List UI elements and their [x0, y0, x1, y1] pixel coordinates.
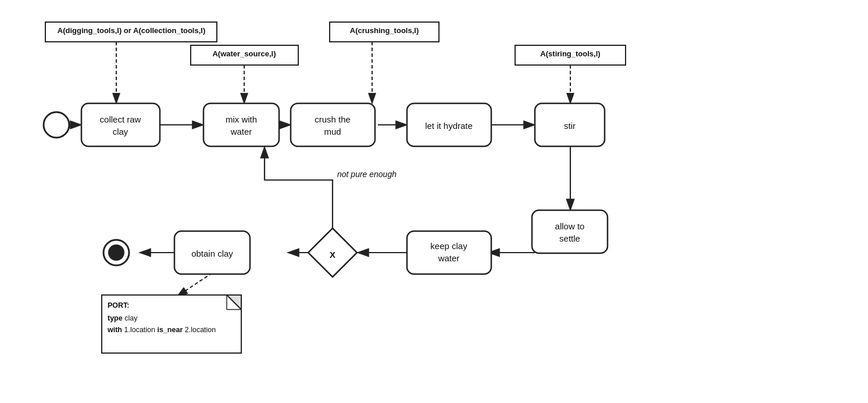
mix-with-water-label2: water: [230, 127, 252, 136]
end-node-inner: [108, 244, 124, 261]
keepclay-label: keep clay: [430, 241, 467, 251]
crush-mud-label2: mud: [324, 127, 341, 136]
annotation-digging-label: A(digging_tools,l) or A(collection_tools…: [58, 26, 205, 35]
obtain-clay-label: obtain clay: [191, 249, 233, 258]
collect-raw-clay-label: collect raw: [100, 114, 141, 124]
port-line2: type clay: [108, 314, 138, 322]
crush-mud-node: [291, 103, 375, 146]
stir-label: stir: [564, 121, 576, 131]
collect-raw-clay-node: [81, 103, 160, 146]
crush-mud-label: crush the: [315, 114, 351, 124]
arrow-notpure: [265, 147, 333, 228]
xor-label: X: [330, 250, 335, 260]
mix-with-water-node: [203, 103, 279, 146]
diagram-container: A(digging_tools,l) or A(collection_tools…: [0, 0, 868, 403]
settle-label2: settle: [559, 233, 580, 243]
port-line3: with 1.location is_near 2.location: [107, 326, 216, 334]
hydrate-label: let it hydrate: [425, 121, 473, 131]
annotation-stiring-label: A(stiring_tools,l): [540, 49, 600, 58]
keepclay-label2: water: [438, 253, 460, 263]
arrow-obtain-port: [177, 273, 212, 296]
settle-label: allow to: [555, 221, 585, 231]
start-node: [44, 112, 69, 138]
annotation-water-label: A(water_source,l): [212, 49, 276, 58]
annotation-crushing-label: A(crushing_tools,l): [350, 26, 419, 35]
not-pure-label: not pure enough: [337, 170, 397, 179]
mix-with-water-label: mix with: [226, 114, 257, 124]
settle-node: [532, 210, 608, 253]
collect-raw-clay-label2: clay: [113, 127, 128, 136]
port-line1: PORT:: [108, 301, 130, 310]
